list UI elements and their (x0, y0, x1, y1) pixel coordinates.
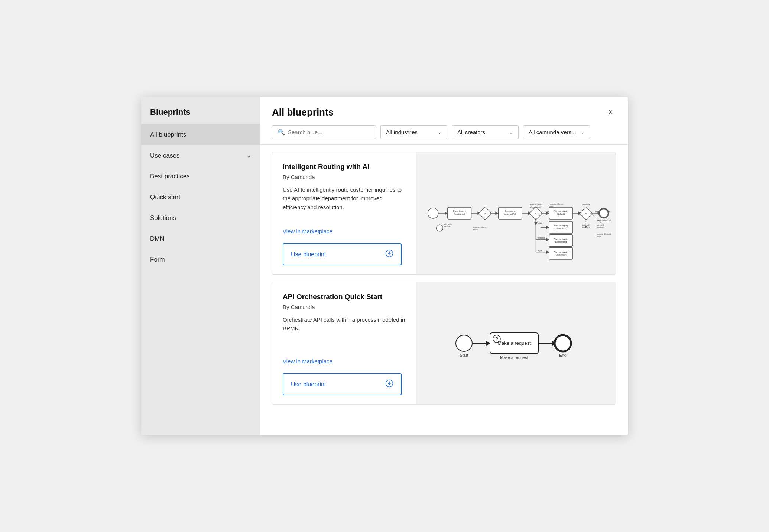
use-blueprint-label: Use blueprint (291, 251, 326, 258)
svg-text:×: × (535, 211, 537, 215)
main-header: All blueprints × (260, 97, 628, 119)
svg-text:Make a request: Make a request (497, 340, 531, 346)
page-title: All blueprints (272, 107, 334, 118)
chevron-down-icon: ⌄ (581, 129, 585, 135)
download-icon (385, 379, 393, 389)
svg-text:legal: legal (538, 249, 542, 252)
svg-text:route to different: route to different (473, 226, 488, 228)
sidebar-item-label: Solutions (150, 214, 176, 222)
blueprint-card-intelligent-routing: Intelligent Routing with AI By Camunda U… (272, 152, 616, 275)
chevron-down-icon: ⌄ (247, 153, 251, 159)
sidebar-item-solutions[interactable]: Solutions (141, 208, 260, 228)
svg-text:retry with: retry with (596, 224, 604, 226)
svg-text:Work on inquiry: Work on inquiry (554, 238, 568, 240)
filters-row: 🔍 All industries ⌄ All creators ⌄ All ca… (260, 119, 628, 145)
search-container[interactable]: 🔍 (272, 125, 376, 139)
svg-text:Determine: Determine (505, 210, 516, 212)
card-description: Use AI to intelligently route customer i… (283, 185, 406, 222)
card-info: Intelligent Routing with AI By Camunda U… (272, 152, 416, 274)
svg-text:routing (AI): routing (AI) (504, 213, 516, 215)
sidebar-item-label: All blueprints (150, 131, 186, 139)
version-filter[interactable]: All camunda vers... ⌄ (523, 125, 590, 139)
creators-filter-label: All creators (457, 129, 504, 135)
search-input[interactable] (288, 129, 370, 135)
version-filter-label: All camunda vers... (529, 129, 576, 135)
svg-text:Start: Start (460, 353, 468, 357)
sidebar-item-label: DMN (150, 235, 165, 243)
svg-text:feedback: feedback (444, 225, 452, 227)
svg-text:route to different: route to different (549, 203, 564, 205)
svg-text:(Sales team): (Sales team) (555, 227, 567, 230)
card-info: API Orchestration Quick Start By Camunda… (272, 282, 416, 404)
close-button[interactable]: × (605, 106, 616, 119)
svg-point-65 (456, 335, 472, 351)
use-blueprint-button[interactable]: Use blueprint (283, 373, 402, 395)
svg-text:(customer): (customer) (454, 213, 465, 215)
sidebar: Blueprints All blueprints Use cases ⌄ Be… (141, 97, 260, 435)
card-author: By Camunda (283, 174, 406, 180)
svg-text:technical: technical (538, 237, 545, 239)
sidebar-item-quick-start[interactable]: Quick start (141, 187, 260, 208)
svg-text:team: team (549, 205, 554, 207)
svg-text:(default): (default) (557, 213, 565, 215)
sidebar-item-all-blueprints[interactable]: All blueprints (141, 124, 260, 145)
svg-text:Work on inquiry: Work on inquiry (554, 251, 568, 253)
card-preview-intelligent-routing: Enter inquiry (customer) × Determine rou… (416, 152, 616, 274)
svg-text:retry with: retry with (444, 223, 452, 225)
search-icon: 🔍 (278, 129, 285, 136)
svg-text:team: team (596, 235, 601, 237)
svg-text:resolved: resolved (582, 204, 590, 206)
sidebar-item-label: Best practices (150, 173, 190, 180)
sidebar-title: Blueprints (141, 97, 260, 124)
svg-text:inquiry resolved: inquiry resolved (597, 219, 610, 221)
card-title: API Orchestration Quick Start (283, 293, 406, 301)
download-icon (385, 249, 393, 259)
sidebar-item-label: Form (150, 256, 165, 263)
blueprints-list: Intelligent Routing with AI By Camunda U… (260, 145, 628, 435)
card-author: By Camunda (283, 304, 406, 310)
sidebar-item-dmn[interactable]: DMN (141, 228, 260, 249)
svg-text:sales: sales (538, 222, 542, 224)
card-description: Orchestrate API calls within a process m… (283, 315, 406, 352)
blueprint-card-api-orchestration: API Orchestration Quick Start By Camunda… (272, 282, 616, 405)
chevron-down-icon: ⌄ (509, 129, 513, 135)
svg-text:team: team (473, 228, 478, 231)
svg-text:Work on inquiry: Work on inquiry (554, 210, 568, 212)
sidebar-item-form[interactable]: Form (141, 249, 260, 270)
svg-text:(Engineering): (Engineering) (554, 241, 567, 243)
svg-text:feedback: feedback (596, 226, 604, 228)
svg-text:(Legal team): (Legal team) (555, 254, 567, 256)
svg-text:department?: department? (530, 206, 541, 208)
main-content: All blueprints × 🔍 All industries ⌄ All … (260, 97, 628, 435)
sidebar-item-label: Use cases (150, 152, 179, 159)
modal-overlay: Blueprints All blueprints Use cases ⌄ Be… (141, 97, 628, 435)
sidebar-item-best-practices[interactable]: Best practices (141, 166, 260, 187)
view-marketplace-link[interactable]: View in Marketplace (283, 358, 406, 364)
svg-text:other: other (544, 210, 549, 213)
svg-text:Make a request: Make a request (500, 355, 528, 360)
sidebar-item-use-cases[interactable]: Use cases ⌄ (141, 145, 260, 166)
svg-text:×: × (585, 211, 587, 215)
svg-text:×: × (484, 211, 486, 215)
sidebar-item-label: Quick start (150, 194, 180, 201)
industry-filter[interactable]: All industries ⌄ (380, 125, 447, 139)
use-blueprint-button[interactable]: Use blueprint (283, 243, 402, 265)
svg-point-29 (599, 209, 609, 218)
use-blueprint-label: Use blueprint (291, 381, 326, 388)
svg-text:End: End (559, 353, 567, 357)
svg-text:route to which: route to which (530, 204, 542, 206)
svg-point-74 (555, 335, 571, 351)
industry-filter-label: All industries (386, 129, 433, 135)
svg-text:route to different: route to different (596, 233, 611, 235)
chevron-down-icon: ⌄ (438, 129, 442, 135)
svg-point-1 (428, 208, 438, 218)
creators-filter[interactable]: All creators ⌄ (452, 125, 519, 139)
svg-point-51 (436, 225, 443, 231)
card-preview-api-orchestration: Start R Make a request Make a request (416, 282, 616, 404)
svg-text:Enter inquiry: Enter inquiry (453, 210, 466, 212)
view-marketplace-link[interactable]: View in Marketplace (283, 228, 406, 234)
svg-text:Work on inquiry: Work on inquiry (554, 224, 568, 227)
card-title: Intelligent Routing with AI (283, 163, 406, 171)
